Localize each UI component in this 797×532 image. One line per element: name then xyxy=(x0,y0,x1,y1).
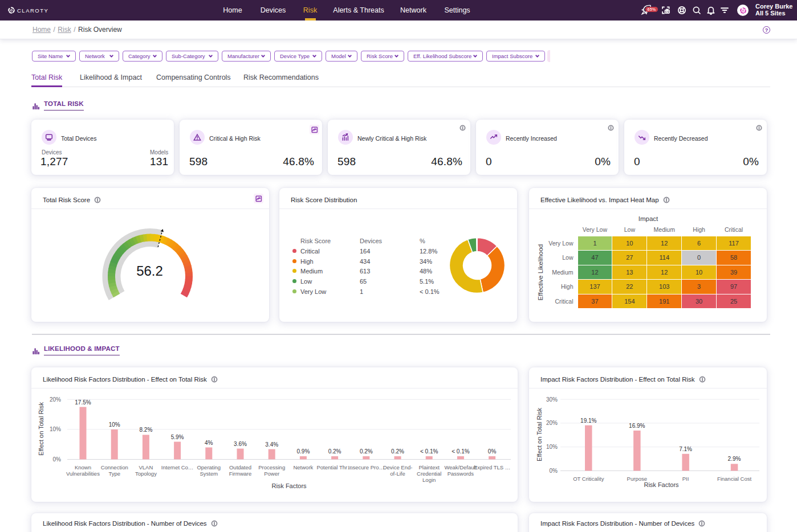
svg-text:System: System xyxy=(200,470,218,477)
svg-text:Internet Co…: Internet Co… xyxy=(161,464,194,470)
svg-text:Financial Cost: Financial Cost xyxy=(717,476,752,482)
svg-text:< 0.1%: < 0.1% xyxy=(452,448,470,455)
svg-text:Topology: Topology xyxy=(135,470,157,477)
svg-text:Plaintext: Plaintext xyxy=(418,464,440,470)
svg-text:10%: 10% xyxy=(50,426,61,432)
svg-text:Type: Type xyxy=(108,470,120,477)
svg-text:20%: 20% xyxy=(50,396,61,403)
svg-text:5.9%: 5.9% xyxy=(171,434,184,440)
svg-text:Device End-: Device End- xyxy=(383,464,413,470)
svg-text:OT Criticality: OT Criticality xyxy=(573,476,604,482)
svg-text:PII: PII xyxy=(682,476,689,482)
svg-text:Network: Network xyxy=(293,464,313,470)
svg-text:Outdated: Outdated xyxy=(229,464,251,470)
svg-text:16.9%: 16.9% xyxy=(629,423,645,429)
svg-text:VLAN: VLAN xyxy=(139,464,153,470)
svg-text:17.5%: 17.5% xyxy=(75,399,91,406)
svg-text:2.9%: 2.9% xyxy=(728,456,741,462)
svg-text:20%: 20% xyxy=(546,420,558,426)
svg-text:10%: 10% xyxy=(546,444,558,450)
svg-text:30%: 30% xyxy=(546,396,558,403)
svg-text:Effect on Total Risk: Effect on Total Risk xyxy=(536,408,543,461)
svg-text:Connection: Connection xyxy=(101,464,128,470)
svg-text:0.2%: 0.2% xyxy=(328,448,341,455)
svg-text:Vulnerabilities: Vulnerabilities xyxy=(66,470,100,477)
svg-text:Potential Thr…: Potential Thr… xyxy=(316,464,352,470)
svg-text:3.4%: 3.4% xyxy=(265,441,278,448)
svg-text:Risk Factors: Risk Factors xyxy=(644,481,679,488)
svg-text:Known: Known xyxy=(75,464,91,470)
svg-text:0%: 0% xyxy=(550,468,558,474)
svg-text:Power: Power xyxy=(264,470,279,477)
svg-text:Passwords: Passwords xyxy=(448,470,474,477)
svg-text:Risk Factors: Risk Factors xyxy=(271,482,307,489)
svg-text:Login: Login xyxy=(422,477,436,483)
svg-text:0.2%: 0.2% xyxy=(360,448,373,455)
svg-text:4%: 4% xyxy=(205,440,213,446)
svg-text:Insecure Pro…: Insecure Pro… xyxy=(348,464,384,470)
svg-text:0.9%: 0.9% xyxy=(297,448,310,455)
svg-text:19.1%: 19.1% xyxy=(580,418,596,424)
svg-text:0%: 0% xyxy=(488,448,497,455)
svg-text:3.6%: 3.6% xyxy=(234,441,247,447)
svg-text:0%: 0% xyxy=(53,456,62,463)
svg-text:7.1%: 7.1% xyxy=(679,446,692,452)
svg-text:Processing: Processing xyxy=(258,464,285,470)
svg-text:Credential: Credential xyxy=(417,470,441,477)
svg-text:Expired TLS …: Expired TLS … xyxy=(474,464,510,470)
svg-text:< 0.1%: < 0.1% xyxy=(420,448,438,455)
svg-text:Weak/Default: Weak/Default xyxy=(444,464,477,470)
svg-text:8.2%: 8.2% xyxy=(140,427,153,433)
svg-text:Purpose: Purpose xyxy=(627,476,647,482)
svg-text:Firmware: Firmware xyxy=(229,470,252,477)
svg-text:Operating: Operating xyxy=(197,464,221,470)
svg-text:0.2%: 0.2% xyxy=(391,448,404,455)
svg-text:Effect on Total Risk: Effect on Total Risk xyxy=(38,402,44,456)
svg-text:56.2: 56.2 xyxy=(136,263,163,279)
svg-text:10%: 10% xyxy=(109,421,120,428)
svg-text:of-Life: of-Life xyxy=(390,470,405,477)
